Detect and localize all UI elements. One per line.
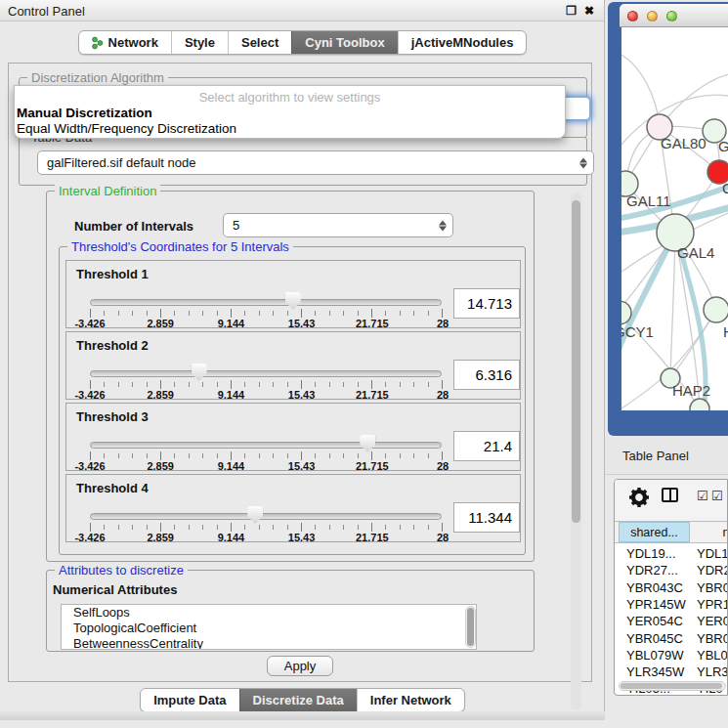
attribute-item-selfloops[interactable]: SelfLoops (62, 605, 476, 621)
network-node-label: GA (718, 138, 728, 154)
control-panel-titlebar: Control Panel ❐ ✖ (0, 0, 604, 21)
threshold-4-label: Threshold 4 (76, 481, 149, 495)
columns-icon[interactable] (662, 488, 678, 502)
slider-thumb[interactable] (360, 435, 375, 452)
network-tree-icon (92, 36, 104, 50)
numerical-attributes-list[interactable]: SelfLoopsTopologicalCoefficientBetweenne… (61, 604, 477, 650)
table-row[interactable]: YBR043CYBR0 (615, 580, 727, 597)
slider-thumb[interactable] (247, 506, 263, 524)
panel-vertical-scrollbar[interactable] (571, 193, 581, 710)
tick-label: 15.43 (288, 318, 316, 329)
tick-label: 9.144 (218, 460, 245, 472)
network-node[interactable] (704, 297, 728, 322)
column-header-shared-name[interactable]: shared... (619, 522, 690, 542)
network-edge[interactable] (670, 233, 675, 378)
slider-track[interactable] (90, 299, 442, 306)
attributes-to-discretize-group: Attributes to discretize Numerical Attri… (46, 570, 535, 652)
gear-icon[interactable] (626, 485, 652, 514)
table-horizontal-scrollbar[interactable] (619, 681, 726, 691)
threshold-1-value-field[interactable]: 14.713 (453, 288, 520, 319)
tick-label: 28 (437, 460, 449, 472)
tick-label: 2.859 (147, 389, 174, 401)
tick-label: -3.426 (74, 389, 105, 401)
tab-cyni-toolbox[interactable]: Cyni Toolbox (291, 31, 397, 54)
tick-label: 21.715 (356, 532, 389, 543)
table-row[interactable]: YER054CYER0 (615, 614, 727, 630)
column-header-name[interactable]: n (692, 522, 728, 542)
cell-name: YDL1 (697, 546, 728, 561)
table-row[interactable]: YBR045CYBR0 (615, 631, 727, 648)
threshold-4-value-field[interactable]: 11.344 (453, 502, 520, 533)
cyni-toolbox-panel: Discretization Algorithm Select algorith… (8, 63, 592, 682)
close-traffic-light-icon[interactable] (627, 11, 638, 21)
tab-select-label: Select (241, 35, 278, 50)
network-window-titlebar[interactable] (620, 4, 728, 27)
popup-item-manual-discretization[interactable]: Manual Discretization (17, 106, 152, 120)
number-of-intervals-label: Number of Intervals (74, 219, 193, 234)
close-window-icon[interactable]: ✖ (584, 4, 594, 18)
tab-impute-data-label: Impute Data (153, 693, 226, 707)
tick-label: 21.715 (356, 318, 389, 329)
tick-label: 9.144 (218, 389, 245, 401)
threshold-3-label: Threshold 3 (76, 409, 149, 424)
tick-label: 28 (437, 318, 449, 329)
threshold-4-slider[interactable]: -3.4262.8599.14415.4321.71528 (90, 510, 442, 539)
tick-label: 9.144 (218, 532, 245, 543)
threshold-1-slider[interactable]: -3.4262.8599.14415.4321.71528 (90, 296, 442, 325)
tab-impute-data[interactable]: Impute Data (141, 689, 238, 711)
attribute-item-topologicalcoefficient[interactable]: TopologicalCoefficient (62, 621, 476, 636)
tab-select[interactable]: Select (228, 31, 291, 54)
tick-label: 15.43 (288, 532, 316, 543)
attribute-item-betweennesscentrality[interactable]: BetweennessCentrality (62, 636, 476, 650)
threshold-2-label: Threshold 2 (76, 338, 149, 353)
bottom-tab-bar: Impute DataDiscretize DataInfer Network (0, 688, 605, 712)
network-node-label: GAL80 (661, 135, 707, 151)
table-data-combobox[interactable]: galFiltered.sif default node (37, 150, 594, 175)
slider-track[interactable] (90, 513, 442, 520)
tick-label: 28 (437, 532, 449, 543)
popup-item-equal-width-frequency[interactable]: Equal Width/Frequency Discretization (17, 121, 236, 136)
threshold-3-value-field[interactable]: 21.4 (453, 431, 520, 461)
number-of-intervals-combobox[interactable]: 5 (223, 213, 453, 237)
threshold-1-panel: Threshold 1-3.4262.8599.14415.4321.71528… (65, 260, 521, 328)
threshold-2-value-field[interactable]: 6.316 (453, 360, 520, 390)
minimize-traffic-light-icon[interactable] (647, 11, 658, 21)
discretization-algorithm-group-title: Discretization Algorithm (27, 70, 168, 85)
network-canvas[interactable]: GAL80GACGAL11GAL4GCY1HHAP2 (621, 27, 728, 410)
algorithm-popup-hint: Select algorithm to view settings (15, 90, 565, 105)
threshold-2-panel: Threshold 2-3.4262.8599.14415.4321.71528… (65, 331, 521, 400)
table-row[interactable]: YDL19...YDL1 (615, 546, 727, 563)
tab-style[interactable]: Style (171, 31, 228, 54)
slider-tick-labels: -3.4262.8599.14415.4321.71528 (90, 460, 443, 472)
checkbox-checked-icon[interactable]: ☑ (711, 489, 723, 503)
table-row[interactable]: YLR345WYLR3 (615, 664, 727, 681)
cell-shared-name: YBR043C (626, 580, 683, 595)
checkbox-checked-icon[interactable]: ☑ (697, 489, 708, 503)
apply-button[interactable]: Apply (267, 656, 333, 676)
tick-label: -3.426 (74, 532, 105, 543)
zoom-traffic-light-icon[interactable] (666, 11, 677, 21)
slider-thumb[interactable] (192, 364, 207, 381)
network-node-label: HAP2 (672, 382, 710, 399)
threshold-coordinates-group: Threshold's Coordinates for 5 Intervals … (59, 246, 526, 555)
attributes-list-scrollbar[interactable] (465, 606, 476, 648)
table-panel-title: Table Panel (622, 449, 689, 463)
slider-track[interactable] (90, 442, 442, 449)
network-view-window: GAL80GACGAL11GAL4GCY1HHAP2 (608, 2, 728, 436)
control-panel-window: Control Panel ❐ ✖ NetworkStyleSelectCyni… (0, 0, 605, 720)
slider-thumb[interactable] (285, 292, 301, 310)
threshold-3-slider[interactable]: -3.4262.8599.14415.4321.71528 (90, 439, 442, 468)
table-row[interactable]: YBL079WYBL0 (615, 648, 727, 664)
cell-shared-name: YPR145W (626, 597, 686, 612)
slider-track[interactable] (90, 370, 442, 377)
table-row[interactable]: YPR145WYPR1 (615, 597, 727, 614)
network-node-label: H (723, 323, 728, 340)
threshold-2-slider[interactable]: -3.4262.8599.14415.4321.71528 (90, 367, 442, 397)
float-window-icon[interactable]: ❐ (566, 4, 577, 18)
tab-discretize-data[interactable]: Discretize Data (239, 689, 357, 711)
tab-infer-network[interactable]: Infer Network (357, 689, 464, 711)
table-row[interactable]: YDR27...YDR2 (615, 563, 727, 579)
tab-jactivemnodules[interactable]: jActiveMNodules (398, 31, 527, 54)
tab-network[interactable]: Network (79, 31, 171, 54)
tick-label: 9.144 (218, 318, 245, 329)
